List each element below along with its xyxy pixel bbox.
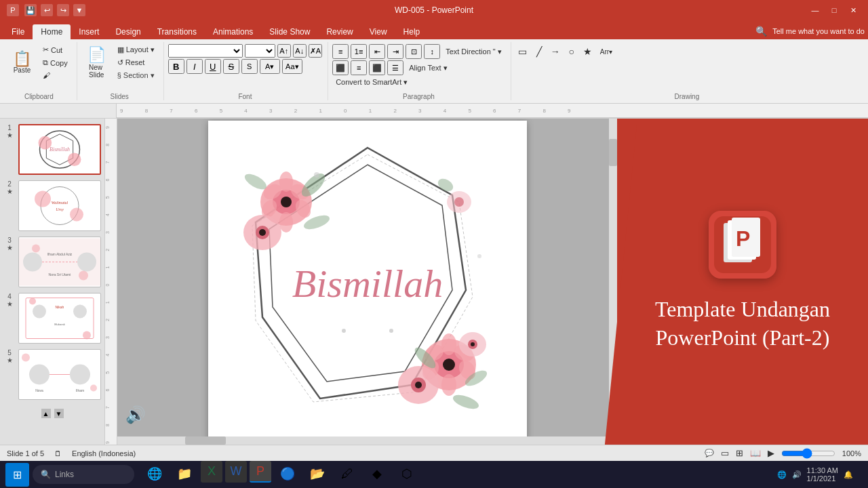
notes-icon[interactable]: 🗒 (54, 449, 62, 458)
maximize-button[interactable]: □ (826, 5, 842, 16)
circle-shape[interactable]: ○ (564, 44, 579, 59)
increase-indent-button[interactable]: ⇥ (387, 44, 403, 59)
clear-format-button[interactable]: ✗A (309, 44, 322, 58)
rect-shape[interactable]: ▭ (515, 44, 530, 59)
format-painter-icon: 🖌 (43, 71, 50, 79)
shadow-button[interactable]: S (241, 59, 258, 74)
font-color-button[interactable]: A▾ (260, 59, 280, 74)
zoom-slider[interactable] (781, 449, 835, 458)
slide-thumb-3[interactable]: 3 ★ Ilham Abdul Aziz Nora Sri Utami (3, 237, 101, 287)
taskbar-app-9[interactable]: ⬡ (393, 461, 420, 488)
tab-design[interactable]: Design (107, 24, 149, 39)
drawing-label: Drawing (515, 90, 859, 100)
numbering-button[interactable]: 1≡ (351, 44, 367, 59)
tab-home[interactable]: Home (33, 24, 71, 39)
line-spacing-button[interactable]: ↕ (424, 44, 440, 59)
taskbar-powerpoint[interactable]: P (250, 461, 271, 483)
taskbar-app-7[interactable]: 🖊 (334, 461, 361, 488)
scroll-down-button[interactable]: ▼ (54, 409, 64, 418)
decrease-font-button[interactable]: A↓ (293, 44, 307, 58)
scroll-up-button[interactable]: ▲ (41, 409, 51, 418)
slide-preview-1: Bismillah (18, 124, 101, 175)
arrange-button[interactable]: Arr▾ (597, 44, 624, 59)
decrease-indent-button[interactable]: ⇤ (369, 44, 385, 59)
notification-icon[interactable]: 🔔 (844, 470, 853, 479)
bold-button[interactable]: B (168, 59, 184, 74)
format-painter-button[interactable]: 🖌 (39, 70, 71, 81)
slideshow-button[interactable]: ▶ (768, 448, 774, 458)
tab-slideshow[interactable]: Slide Show (261, 24, 318, 39)
font-group: A↑ A↓ ✗A B I U S S A▾ Aa▾ Font (165, 42, 328, 100)
window-controls: — □ ✕ (807, 5, 861, 16)
layout-button[interactable]: ▦ Layout ▾ (114, 44, 158, 56)
font-name-select[interactable] (168, 44, 243, 58)
copy-button[interactable]: ⧉ Copy (39, 57, 71, 68)
cut-button[interactable]: ✂ Cut (39, 44, 71, 56)
arrow-shape[interactable]: → (548, 44, 563, 59)
font-size-select[interactable] (245, 44, 275, 58)
align-center-button[interactable]: ≡ (351, 60, 367, 75)
volume-icon[interactable]: 🔊 (125, 405, 146, 424)
char-spacing-button[interactable]: Aa▾ (282, 59, 302, 74)
tab-view[interactable]: View (361, 24, 395, 39)
customize-button[interactable]: ▼ (73, 4, 85, 16)
justify-button[interactable]: ☰ (387, 60, 403, 75)
svg-point-35 (90, 385, 97, 392)
svg-point-77 (342, 329, 346, 333)
tab-transitions[interactable]: Transitions (149, 24, 205, 39)
taskbar-app-5[interactable]: 🔵 (274, 461, 301, 488)
slide-thumb-1[interactable]: 1 ★ Bismillah (3, 124, 101, 175)
svg-text:Ilham: Ilham (76, 388, 84, 392)
italic-button[interactable]: I (186, 59, 203, 74)
taskbar-search[interactable]: 🔍 Links (33, 465, 134, 484)
star-shape[interactable]: ★ (580, 44, 595, 59)
bullets-button[interactable]: ≡ (332, 44, 349, 59)
columns-button[interactable]: ⊡ (406, 44, 422, 59)
taskbar-explorer[interactable]: 📁 (171, 461, 198, 488)
slide-thumb-4[interactable]: 4 ★ Nikah Mubarak (3, 293, 101, 344)
redo-button[interactable]: ↪ (57, 4, 69, 16)
slide-thumb-2[interactable]: 2 ★ Walimatul Ursy (3, 180, 101, 231)
increase-font-button[interactable]: A↑ (277, 44, 291, 58)
convert-smartart-button[interactable]: Convert to SmartArt ▾ (332, 77, 411, 88)
slide-thumb-5[interactable]: 5 ★ Nova Ilham (3, 349, 101, 400)
tab-insert[interactable]: Insert (71, 24, 107, 39)
taskbar-time: 11:30 AM1/1/2021 (807, 466, 838, 483)
tab-animations[interactable]: Animations (205, 24, 261, 39)
normal-view-button[interactable]: ▭ (721, 448, 729, 458)
taskbar-edge[interactable]: 🌐 (141, 461, 168, 488)
close-button[interactable]: ✕ (845, 5, 861, 16)
tab-review[interactable]: Review (318, 24, 361, 39)
save-button[interactable]: 💾 (24, 4, 37, 16)
undo-button[interactable]: ↩ (41, 4, 53, 16)
taskbar-app-8[interactable]: ◆ (363, 461, 391, 488)
horizontal-scrollbar[interactable] (117, 436, 609, 445)
tab-file[interactable]: File (3, 24, 33, 39)
align-text-button[interactable]: Align Text ▾ (406, 62, 451, 74)
reset-button[interactable]: ↺ Reset (114, 57, 158, 68)
minimize-button[interactable]: — (807, 5, 823, 16)
section-button[interactable]: § Section ▾ (114, 70, 158, 81)
slide-sorter-button[interactable]: ⊞ (736, 448, 743, 458)
align-left-button[interactable]: ⬛ (332, 60, 349, 75)
line-shape[interactable]: ╱ (532, 44, 547, 59)
start-button[interactable]: ⊞ (5, 463, 29, 487)
reading-view-button[interactable]: 📖 (750, 448, 761, 458)
align-right-button[interactable]: ⬛ (369, 60, 385, 75)
taskbar-app-6[interactable]: 📂 (304, 461, 331, 488)
comments-icon[interactable]: 💬 (705, 449, 714, 458)
tell-me-input[interactable]: Tell me what you want to do (772, 27, 865, 35)
underline-button[interactable]: U (205, 59, 221, 74)
paste-button[interactable]: 📋 Paste (7, 42, 37, 83)
svg-point-51 (259, 229, 266, 236)
taskbar-word[interactable]: W (225, 461, 247, 483)
strikethrough-button[interactable]: S (223, 59, 239, 74)
scrollbar-thumb-h[interactable] (185, 436, 226, 445)
new-slide-button[interactable]: 📄 NewSlide (81, 42, 112, 83)
text-direction-button[interactable]: Text Direction " ▾ (442, 46, 505, 58)
taskbar-excel[interactable]: X (201, 461, 222, 483)
slides-label: Slides (81, 90, 158, 100)
slides-panel: 1 ★ Bismillah 2 ★ (0, 119, 105, 445)
tab-help[interactable]: Help (395, 24, 429, 39)
svg-point-14 (77, 253, 96, 272)
